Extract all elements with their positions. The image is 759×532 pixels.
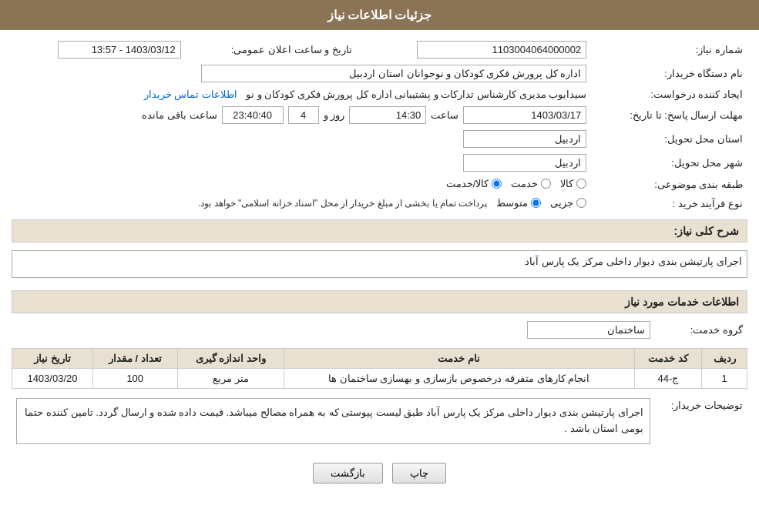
- radio-motovaset-input[interactable]: [531, 198, 541, 208]
- cell-vahed: متر مربع: [177, 369, 284, 389]
- main-content: شماره نیاز: 1103004064000002 تاریخ و ساع…: [0, 30, 759, 500]
- shomara-value: 1103004064000002: [357, 38, 592, 62]
- cell-nam: انجام کارهای متفرقه درخصوص بازسازی و بهس…: [284, 369, 634, 389]
- ostan-input: اردبیل: [463, 130, 586, 148]
- radio-jozii: جزیی: [550, 197, 586, 209]
- farayand-label: نوع فرآیند خرید :: [591, 194, 747, 213]
- mohlet-time-label: ساعت: [431, 109, 458, 121]
- page-wrapper: جزئیات اطلاعات نیاز شماره نیاز: 11030040…: [0, 0, 759, 532]
- tabaqe-value: کالا خدمت کالا/خدمت: [12, 175, 591, 194]
- ostan-label: استان محل تحویل:: [591, 127, 747, 151]
- tarikh-value: 1403/03/12 - 13:57: [12, 38, 186, 62]
- nam-dastgah-value: اداره کل پرورش فکری کودکان و نوجوانان اس…: [12, 62, 591, 85]
- sharh-section-header: شرح کلی نیاز:: [12, 219, 747, 243]
- col-nam: نام خدمت: [284, 349, 634, 369]
- mohlet-time: 14:30: [349, 106, 426, 124]
- radio-kala-khedmat-input[interactable]: [492, 179, 502, 189]
- tabaqe-label: طبقه بندی موضوعی:: [591, 175, 747, 194]
- radio-kala-label: کالا: [560, 178, 573, 189]
- col-kod: کد خدمت: [634, 349, 702, 369]
- tarikh-label: تاریخ و ساعت اعلان عمومی:: [186, 38, 357, 62]
- cell-kod: ج-44: [634, 369, 702, 389]
- ejad-link[interactable]: اطلاعات تماس خریدار: [144, 89, 237, 100]
- cell-tarikh: 1403/03/20: [12, 369, 93, 389]
- grouh-label: گروه خدمت:: [655, 318, 747, 342]
- shomara-input: 1103004064000002: [417, 41, 586, 59]
- ejad-label: ایجاد کننده درخواست:: [591, 85, 747, 103]
- col-radif: ردیف: [702, 349, 747, 369]
- mohlet-row: 1403/03/17 ساعت 14:30 روز و 4 23:40:40 س…: [12, 103, 591, 127]
- radio-khedmat: خدمت: [511, 178, 551, 189]
- toseeh-text: اجرای پارتیشن بندی دیوار داخلی مرکز یک پ…: [25, 407, 643, 434]
- shomara-label: شماره نیاز:: [591, 38, 747, 62]
- table-row: 1 ج-44 انجام کارهای متفرقه درخصوص بازساز…: [12, 369, 747, 389]
- radio-kala: کالا: [560, 178, 586, 189]
- nam-dastgah-label: نام دستگاه خریدار:: [591, 62, 747, 85]
- radio-kala-khedmat-label: کالا/خدمت: [446, 178, 489, 189]
- shahr-label: شهر محل تحویل:: [591, 151, 747, 175]
- mohlet-label: مهلت ارسال پاسخ: تا تاریخ:: [591, 103, 747, 127]
- mohlet-suffix: ساعت باقی مانده: [142, 109, 217, 121]
- radio-kala-input[interactable]: [576, 179, 586, 189]
- farayand-desc: پرداخت تمام یا بخشی از مبلغ خریدار از مح…: [198, 198, 487, 209]
- button-bar: بازگشت چاپ: [12, 453, 747, 493]
- toseeh-label: توضیحات خریدار:: [655, 395, 747, 447]
- nam-dastgah-input: اداره کل پرورش فکری کودکان و نوجوانان اس…: [201, 65, 586, 82]
- radio-kala-khedmat: کالا/خدمت: [446, 178, 502, 189]
- shahr-value: اردبیل: [12, 151, 591, 175]
- radio-jozii-input[interactable]: [576, 198, 586, 208]
- radio-khedmat-label: خدمت: [511, 178, 538, 189]
- col-vahed: واحد اندازه گیری: [177, 349, 284, 369]
- services-table: ردیف کد خدمت نام خدمت واحد اندازه گیری ت…: [12, 348, 747, 389]
- radio-motovaset-label: متوسط: [496, 197, 528, 209]
- sharh-label: شرح کلی نیاز:: [674, 225, 739, 237]
- shahr-input: اردبیل: [463, 154, 586, 172]
- sharh-box: اجرای پارتیشن بندی دیوار داخلی مرکز یک پ…: [12, 250, 747, 278]
- col-tarikh: تاریخ نیاز: [12, 349, 93, 369]
- farayand-value: جزیی متوسط پرداخت تمام یا بخشی از مبلغ خ…: [12, 194, 591, 213]
- mohlet-countdown: 23:40:40: [222, 106, 284, 124]
- mohlet-days: 4: [288, 106, 319, 124]
- radio-khedmat-input[interactable]: [541, 179, 551, 189]
- radio-jozii-label: جزیی: [550, 197, 573, 209]
- info-table: شماره نیاز: 1103004064000002 تاریخ و ساع…: [12, 38, 747, 213]
- toseeh-value: اجرای پارتیشن بندی دیوار داخلی مرکز یک پ…: [12, 395, 655, 447]
- toseeh-box: اجرای پارتیشن بندی دیوار داخلی مرکز یک پ…: [16, 398, 650, 444]
- toseeh-table: توضیحات خریدار: اجرای پارتیشن بندی دیوار…: [12, 395, 747, 447]
- page-title: جزئیات اطلاعات نیاز: [327, 8, 432, 22]
- grouh-value: ساختمان: [12, 318, 655, 342]
- sharh-text: اجرای پارتیشن بندی دیوار داخلی مرکز یک پ…: [525, 256, 742, 267]
- ostan-value: اردبیل: [12, 127, 591, 151]
- mohlet-days-label: روز و: [324, 109, 345, 121]
- sharh-content: اجرای پارتیشن بندی دیوار داخلی مرکز یک پ…: [12, 247, 747, 284]
- ejad-text: سیدایوب مدیری کارشناس تدارکات و پشتیبانی…: [246, 89, 586, 100]
- cell-tedad: 100: [92, 369, 177, 389]
- ejad-value: سیدایوب مدیری کارشناس تدارکات و پشتیبانی…: [12, 85, 591, 103]
- tarikh-input: 1403/03/12 - 13:57: [58, 41, 181, 59]
- khadamat-label: اطلاعات خدمات مورد نیاز: [625, 296, 739, 308]
- mohlet-date: 1403/03/17: [463, 106, 586, 124]
- grouh-table: گروه خدمت: ساختمان: [12, 318, 747, 342]
- page-header: جزئیات اطلاعات نیاز: [0, 0, 759, 30]
- print-button[interactable]: چاپ: [392, 463, 446, 483]
- col-tedad: تعداد / مقدار: [92, 349, 177, 369]
- khadamat-section-header: اطلاعات خدمات مورد نیاز: [12, 290, 747, 313]
- back-button[interactable]: بازگشت: [313, 463, 383, 483]
- radio-motovaset: متوسط: [496, 197, 541, 209]
- cell-radif: 1: [702, 369, 747, 389]
- grouh-input: ساختمان: [527, 321, 650, 339]
